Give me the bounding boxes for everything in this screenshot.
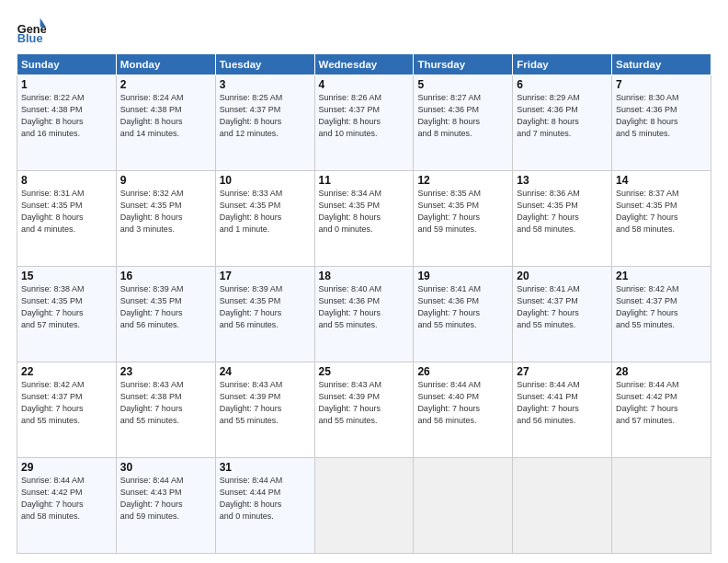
day-number: 15 (21, 270, 112, 282)
calendar-cell: 26Sunrise: 8:44 AM Sunset: 4:40 PM Dayli… (414, 362, 513, 458)
day-number: 27 (517, 365, 608, 378)
day-info: Sunrise: 8:24 AM Sunset: 4:38 PM Dayligh… (120, 92, 211, 140)
calendar-cell: 12Sunrise: 8:35 AM Sunset: 4:35 PM Dayli… (414, 171, 513, 267)
calendar-cell: 17Sunrise: 8:39 AM Sunset: 4:35 PM Dayli… (215, 267, 314, 362)
day-number: 31 (220, 461, 311, 474)
calendar-cell (314, 458, 414, 554)
day-info: Sunrise: 8:43 AM Sunset: 4:38 PM Dayligh… (120, 379, 211, 427)
day-info: Sunrise: 8:44 AM Sunset: 4:42 PM Dayligh… (21, 475, 112, 523)
day-number: 1 (21, 78, 112, 91)
day-number: 4 (319, 78, 410, 91)
calendar-body: 1Sunrise: 8:22 AM Sunset: 4:38 PM Daylig… (17, 75, 711, 554)
day-number: 8 (21, 174, 112, 187)
calendar-cell: 29Sunrise: 8:44 AM Sunset: 4:42 PM Dayli… (17, 458, 117, 554)
day-info: Sunrise: 8:44 AM Sunset: 4:41 PM Dayligh… (517, 379, 608, 427)
day-info: Sunrise: 8:26 AM Sunset: 4:37 PM Dayligh… (319, 92, 410, 140)
col-header-sunday: Sunday (17, 54, 117, 75)
day-number: 10 (220, 174, 311, 187)
day-number: 29 (21, 461, 112, 474)
calendar-cell: 22Sunrise: 8:42 AM Sunset: 4:37 PM Dayli… (17, 362, 117, 458)
col-header-saturday: Saturday (612, 54, 711, 75)
calendar-week-5: 29Sunrise: 8:44 AM Sunset: 4:42 PM Dayli… (17, 458, 711, 554)
calendar-cell: 9Sunrise: 8:32 AM Sunset: 4:35 PM Daylig… (116, 171, 215, 267)
day-number: 28 (616, 365, 707, 378)
day-info: Sunrise: 8:38 AM Sunset: 4:35 PM Dayligh… (21, 283, 112, 331)
day-number: 9 (120, 174, 211, 187)
day-number: 2 (120, 78, 211, 91)
day-number: 30 (120, 461, 211, 474)
calendar-cell: 14Sunrise: 8:37 AM Sunset: 4:35 PM Dayli… (612, 171, 711, 267)
col-header-monday: Monday (116, 54, 215, 75)
day-number: 6 (517, 78, 608, 91)
day-info: Sunrise: 8:41 AM Sunset: 4:37 PM Dayligh… (517, 283, 608, 331)
day-info: Sunrise: 8:22 AM Sunset: 4:38 PM Dayligh… (21, 92, 112, 140)
column-headers: SundayMondayTuesdayWednesdayThursdayFrid… (17, 54, 711, 75)
calendar-cell: 11Sunrise: 8:34 AM Sunset: 4:35 PM Dayli… (314, 171, 414, 267)
logo: General Blue (17, 17, 46, 46)
day-number: 17 (220, 270, 311, 282)
col-header-wednesday: Wednesday (314, 54, 414, 75)
day-info: Sunrise: 8:39 AM Sunset: 4:35 PM Dayligh… (220, 283, 311, 331)
day-info: Sunrise: 8:25 AM Sunset: 4:37 PM Dayligh… (220, 92, 311, 140)
calendar-cell: 27Sunrise: 8:44 AM Sunset: 4:41 PM Dayli… (513, 362, 612, 458)
col-header-tuesday: Tuesday (215, 54, 314, 75)
calendar-cell: 28Sunrise: 8:44 AM Sunset: 4:42 PM Dayli… (612, 362, 711, 458)
calendar-cell: 7Sunrise: 8:30 AM Sunset: 4:36 PM Daylig… (612, 75, 711, 171)
day-info: Sunrise: 8:44 AM Sunset: 4:42 PM Dayligh… (616, 379, 707, 427)
day-number: 3 (220, 78, 311, 91)
day-number: 13 (517, 174, 608, 187)
calendar-cell: 5Sunrise: 8:27 AM Sunset: 4:36 PM Daylig… (414, 75, 513, 171)
calendar-cell: 4Sunrise: 8:26 AM Sunset: 4:37 PM Daylig… (314, 75, 414, 171)
day-number: 21 (616, 270, 707, 282)
day-info: Sunrise: 8:30 AM Sunset: 4:36 PM Dayligh… (616, 92, 707, 140)
col-header-thursday: Thursday (414, 54, 513, 75)
calendar-cell: 8Sunrise: 8:31 AM Sunset: 4:35 PM Daylig… (17, 171, 117, 267)
calendar-week-4: 22Sunrise: 8:42 AM Sunset: 4:37 PM Dayli… (17, 362, 711, 458)
day-number: 19 (417, 270, 508, 282)
day-number: 11 (319, 174, 410, 187)
day-number: 20 (517, 270, 608, 282)
calendar-cell: 24Sunrise: 8:43 AM Sunset: 4:39 PM Dayli… (215, 362, 314, 458)
day-info: Sunrise: 8:43 AM Sunset: 4:39 PM Dayligh… (319, 379, 410, 427)
day-number: 18 (319, 270, 410, 282)
day-info: Sunrise: 8:42 AM Sunset: 4:37 PM Dayligh… (616, 283, 707, 331)
logo-icon: General Blue (17, 17, 46, 46)
header: General Blue (17, 17, 711, 46)
calendar: SundayMondayTuesdayWednesdayThursdayFrid… (17, 53, 711, 554)
day-info: Sunrise: 8:35 AM Sunset: 4:35 PM Dayligh… (417, 188, 508, 236)
day-number: 26 (417, 365, 508, 378)
day-number: 16 (120, 270, 211, 282)
day-info: Sunrise: 8:36 AM Sunset: 4:35 PM Dayligh… (517, 188, 608, 236)
calendar-week-1: 1Sunrise: 8:22 AM Sunset: 4:38 PM Daylig… (17, 75, 711, 171)
day-info: Sunrise: 8:42 AM Sunset: 4:37 PM Dayligh… (21, 379, 112, 427)
calendar-cell (414, 458, 513, 554)
calendar-cell: 1Sunrise: 8:22 AM Sunset: 4:38 PM Daylig… (17, 75, 117, 171)
calendar-cell: 3Sunrise: 8:25 AM Sunset: 4:37 PM Daylig… (215, 75, 314, 171)
day-number: 22 (21, 365, 112, 378)
day-info: Sunrise: 8:40 AM Sunset: 4:36 PM Dayligh… (319, 283, 410, 331)
calendar-cell: 16Sunrise: 8:39 AM Sunset: 4:35 PM Dayli… (116, 267, 215, 362)
calendar-cell: 13Sunrise: 8:36 AM Sunset: 4:35 PM Dayli… (513, 171, 612, 267)
day-number: 12 (417, 174, 508, 187)
day-number: 7 (616, 78, 707, 91)
calendar-cell: 23Sunrise: 8:43 AM Sunset: 4:38 PM Dayli… (116, 362, 215, 458)
day-info: Sunrise: 8:43 AM Sunset: 4:39 PM Dayligh… (220, 379, 311, 427)
calendar-cell: 21Sunrise: 8:42 AM Sunset: 4:37 PM Dayli… (612, 267, 711, 362)
calendar-cell: 19Sunrise: 8:41 AM Sunset: 4:36 PM Dayli… (414, 267, 513, 362)
day-number: 14 (616, 174, 707, 187)
day-info: Sunrise: 8:41 AM Sunset: 4:36 PM Dayligh… (417, 283, 508, 331)
calendar-cell: 6Sunrise: 8:29 AM Sunset: 4:36 PM Daylig… (513, 75, 612, 171)
calendar-cell: 30Sunrise: 8:44 AM Sunset: 4:43 PM Dayli… (116, 458, 215, 554)
page: General Blue SundayMondayTuesdayWednesda… (0, 0, 728, 563)
day-info: Sunrise: 8:33 AM Sunset: 4:35 PM Dayligh… (220, 188, 311, 236)
day-number: 24 (220, 365, 311, 378)
calendar-cell (513, 458, 612, 554)
day-number: 5 (417, 78, 508, 91)
calendar-cell: 10Sunrise: 8:33 AM Sunset: 4:35 PM Dayli… (215, 171, 314, 267)
calendar-cell (612, 458, 711, 554)
calendar-week-2: 8Sunrise: 8:31 AM Sunset: 4:35 PM Daylig… (17, 171, 711, 267)
day-info: Sunrise: 8:32 AM Sunset: 4:35 PM Dayligh… (120, 188, 211, 236)
day-info: Sunrise: 8:39 AM Sunset: 4:35 PM Dayligh… (120, 283, 211, 331)
day-info: Sunrise: 8:44 AM Sunset: 4:43 PM Dayligh… (120, 475, 211, 523)
svg-text:Blue: Blue (17, 31, 43, 45)
